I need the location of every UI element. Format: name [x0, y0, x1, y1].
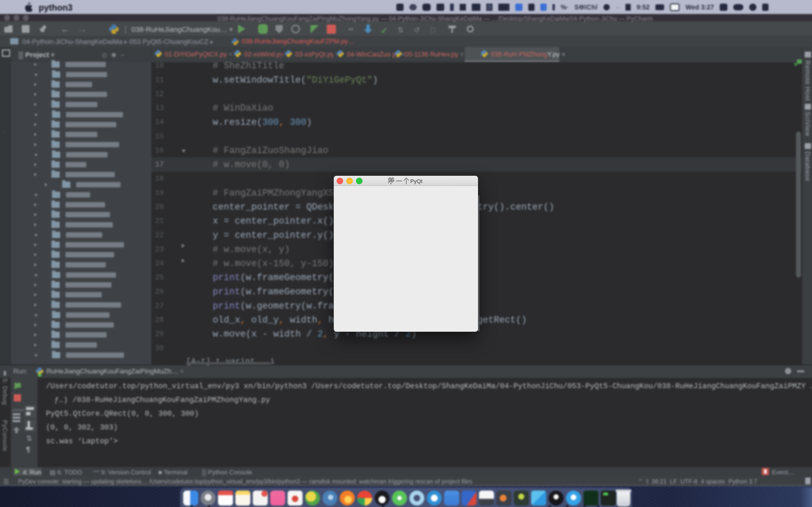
- svg-text:PyQt: PyQt: [410, 178, 423, 184]
